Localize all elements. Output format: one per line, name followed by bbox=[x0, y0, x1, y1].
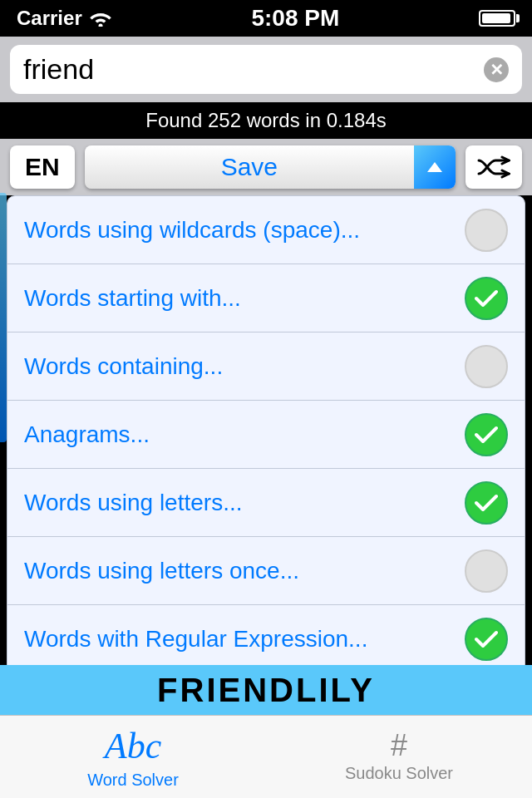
menu-item-label-4: Words using letters... bbox=[24, 490, 242, 516]
menu-item-6[interactable]: Words with Regular Expression... bbox=[7, 605, 525, 673]
word-solver-icon: Abc bbox=[105, 725, 161, 767]
status-time: 5:08 PM bbox=[251, 5, 339, 32]
menu-item-label-1: Words starting with... bbox=[24, 285, 241, 312]
menu-item-0[interactable]: Words using wildcards (space)... bbox=[7, 196, 525, 264]
battery-icon bbox=[479, 10, 515, 27]
dropdown-button[interactable] bbox=[414, 145, 456, 189]
tab-bar: Abc Word Solver # Sudoku Solver bbox=[0, 715, 532, 798]
found-text: Found 252 words in 0.184s bbox=[145, 109, 387, 131]
sudoku-solver-label: Sudoku Solver bbox=[345, 764, 453, 783]
chevron-up-icon bbox=[426, 160, 444, 174]
shuffle-button[interactable] bbox=[466, 145, 522, 189]
word-solver-label: Word Solver bbox=[87, 771, 179, 790]
toggle-2[interactable] bbox=[465, 345, 508, 388]
search-query: friend bbox=[23, 53, 484, 86]
toggle-0[interactable] bbox=[465, 209, 508, 252]
check-icon bbox=[475, 289, 498, 308]
search-input-wrapper[interactable]: friend ✕ bbox=[10, 45, 522, 94]
status-right bbox=[479, 10, 515, 27]
menu-item-label-0: Words using wildcards (space)... bbox=[24, 217, 360, 244]
menu-item-label-3: Anagrams... bbox=[24, 421, 150, 448]
language-button[interactable]: EN bbox=[10, 145, 75, 189]
dropdown-menu: Words using wildcards (space)...Words st… bbox=[7, 195, 525, 742]
scroll-indicator bbox=[0, 193, 7, 442]
menu-item-5[interactable]: Words using letters once... bbox=[7, 537, 525, 605]
content-word: FRIENDLILY bbox=[157, 672, 375, 709]
menu-item-2[interactable]: Words containing... bbox=[7, 332, 525, 401]
save-wrapper: Save bbox=[85, 145, 456, 189]
toolbar: EN Save bbox=[0, 139, 532, 195]
check-icon bbox=[475, 494, 498, 512]
svg-point-0 bbox=[98, 24, 102, 27]
toggle-6[interactable] bbox=[465, 618, 508, 661]
tab-word-solver[interactable]: Abc Word Solver bbox=[0, 725, 266, 790]
menu-item-label-2: Words containing... bbox=[24, 353, 223, 380]
menu-item-4[interactable]: Words using letters... bbox=[7, 469, 525, 537]
menu-item-label-6: Words with Regular Expression... bbox=[24, 626, 367, 653]
toggle-4[interactable] bbox=[465, 481, 508, 525]
found-bar: Found 252 words in 0.184s bbox=[0, 102, 532, 139]
check-icon bbox=[475, 426, 498, 444]
toggle-5[interactable] bbox=[465, 549, 508, 593]
menu-item-label-5: Words using letters once... bbox=[24, 558, 299, 584]
sudoku-icon: # bbox=[391, 731, 407, 761]
clear-button[interactable]: ✕ bbox=[484, 57, 509, 82]
content-area: FRIENDLILY bbox=[0, 665, 532, 715]
search-bar: friend ✕ bbox=[0, 37, 532, 102]
check-icon bbox=[475, 630, 498, 648]
tab-sudoku-solver[interactable]: # Sudoku Solver bbox=[266, 731, 532, 783]
wifi-icon bbox=[89, 10, 112, 27]
svg-marker-1 bbox=[427, 162, 442, 172]
menu-item-1[interactable]: Words starting with... bbox=[7, 264, 525, 332]
toggle-3[interactable] bbox=[465, 413, 508, 456]
status-bar: Carrier 5:08 PM bbox=[0, 0, 532, 37]
status-left: Carrier bbox=[17, 7, 112, 30]
carrier-label: Carrier bbox=[17, 7, 82, 30]
menu-item-3[interactable]: Anagrams... bbox=[7, 401, 525, 469]
save-button[interactable]: Save bbox=[85, 153, 414, 181]
toggle-1[interactable] bbox=[465, 277, 508, 320]
shuffle-icon bbox=[477, 155, 510, 179]
